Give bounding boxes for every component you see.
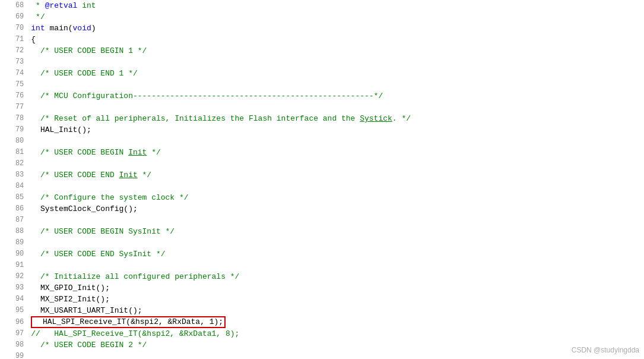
line-number: 70 [0, 23, 28, 34]
line-number: 94 [0, 294, 28, 305]
line-number: 93 [0, 282, 28, 294]
line-number: 75 [0, 79, 28, 90]
line-content [28, 158, 644, 169]
table-row: 69 */ [0, 11, 644, 23]
line-number: 96 [0, 316, 28, 328]
line-content: /* Reset of all peripherals, Initializes… [28, 113, 644, 124]
table-row: 97 // HAL_SPI_Receive_IT(&hspi2, &RxData… [0, 328, 644, 339]
line-number: 68 [0, 0, 28, 11]
line-number: 86 [0, 203, 28, 215]
line-number: 95 [0, 305, 28, 316]
line-number: 73 [0, 56, 28, 68]
table-row: 77 [0, 102, 644, 113]
line-content: int main(void) [28, 23, 644, 34]
code-table: 68 * @retval int 69 */ 70 int main(void)… [0, 0, 644, 359]
table-row: 83 /* USER CODE END Init */ [0, 169, 644, 181]
line-content: /* USER CODE BEGIN Init */ [28, 147, 644, 158]
line-content [28, 181, 644, 192]
line-content [28, 260, 644, 271]
line-number: 69 [0, 11, 28, 23]
table-row: 73 [0, 56, 644, 68]
line-number: 76 [0, 90, 28, 102]
line-content: HAL_SPI_Receive_IT(&hspi2, &RxData, 1); [28, 316, 644, 328]
line-content: { [28, 34, 644, 45]
line-number: 87 [0, 215, 28, 226]
table-row: 91 [0, 260, 644, 271]
table-row: 78 /* Reset of all peripherals, Initiali… [0, 113, 644, 124]
line-content: MX_USART1_UART_Init(); [28, 305, 644, 316]
line-content [28, 215, 644, 226]
table-row: 71 { [0, 34, 644, 45]
line-number: 81 [0, 147, 28, 158]
line-content [28, 56, 644, 68]
line-content: MX_GPIO_Init(); [28, 282, 644, 294]
line-content [28, 237, 644, 248]
line-number: 88 [0, 226, 28, 237]
watermark: CSDN @studyingdda [572, 346, 639, 354]
line-number: 82 [0, 158, 28, 169]
table-row: 96 HAL_SPI_Receive_IT(&hspi2, &RxData, 1… [0, 316, 644, 328]
line-content [28, 351, 644, 359]
line-number: 98 [0, 339, 28, 351]
line-number: 91 [0, 260, 28, 271]
table-row: 80 [0, 136, 644, 147]
line-number: 85 [0, 192, 28, 203]
table-row: 68 * @retval int [0, 0, 644, 11]
table-row: 93 MX_GPIO_Init(); [0, 282, 644, 294]
line-number: 89 [0, 237, 28, 248]
table-row: 89 [0, 237, 644, 248]
line-number: 83 [0, 169, 28, 181]
line-content: /* USER CODE BEGIN 2 */ [28, 339, 644, 351]
table-row: 95 MX_USART1_UART_Init(); [0, 305, 644, 316]
table-row: 94 MX_SPI2_Init(); [0, 294, 644, 305]
table-row: 90 /* USER CODE END SysInit */ [0, 248, 644, 260]
table-row: 81 /* USER CODE BEGIN Init */ [0, 147, 644, 158]
line-content: SystemClock_Config(); [28, 203, 644, 215]
line-content: HAL_Init(); [28, 124, 644, 136]
line-content: * @retval int [28, 0, 644, 11]
line-content: /* USER CODE END 1 */ [28, 68, 644, 79]
table-row: 76 /* MCU Configuration-----------------… [0, 90, 644, 102]
line-content: /* USER CODE BEGIN SysInit */ [28, 226, 644, 237]
table-row: 85 /* Configure the system clock */ [0, 192, 644, 203]
line-number: 97 [0, 328, 28, 339]
table-row: 75 [0, 79, 644, 90]
line-content: MX_SPI2_Init(); [28, 294, 644, 305]
line-number: 92 [0, 271, 28, 282]
code-editor: 68 * @retval int 69 */ 70 int main(void)… [0, 0, 644, 359]
line-content: */ [28, 11, 644, 23]
table-row: 82 [0, 158, 644, 169]
line-content: // HAL_SPI_Receive_IT(&hspi2, &RxData1, … [28, 328, 644, 339]
line-number: 90 [0, 248, 28, 260]
table-row: 72 /* USER CODE BEGIN 1 */ [0, 45, 644, 56]
line-number: 79 [0, 124, 28, 136]
line-content: /* Initialize all configured peripherals… [28, 271, 644, 282]
table-row: 79 HAL_Init(); [0, 124, 644, 136]
line-content [28, 136, 644, 147]
line-number: 77 [0, 102, 28, 113]
table-row: 87 [0, 215, 644, 226]
line-number: 84 [0, 181, 28, 192]
line-number: 72 [0, 45, 28, 56]
table-row: 88 /* USER CODE BEGIN SysInit */ [0, 226, 644, 237]
line-content: /* USER CODE END SysInit */ [28, 248, 644, 260]
line-content: /* USER CODE BEGIN 1 */ [28, 45, 644, 56]
line-number: 78 [0, 113, 28, 124]
line-content: /* Configure the system clock */ [28, 192, 644, 203]
line-content [28, 102, 644, 113]
line-content: /* MCU Configuration--------------------… [28, 90, 644, 102]
table-row: 92 /* Initialize all configured peripher… [0, 271, 644, 282]
table-row: 86 SystemClock_Config(); [0, 203, 644, 215]
line-number: 71 [0, 34, 28, 45]
table-row: 74 /* USER CODE END 1 */ [0, 68, 644, 79]
table-row: 98 /* USER CODE BEGIN 2 */ [0, 339, 644, 351]
line-number: 74 [0, 68, 28, 79]
line-number: 80 [0, 136, 28, 147]
line-number: 99 [0, 351, 28, 359]
table-row: 99 [0, 351, 644, 359]
table-row: 84 [0, 181, 644, 192]
table-row: 70 int main(void) [0, 23, 644, 34]
line-content: /* USER CODE END Init */ [28, 169, 644, 181]
line-content [28, 79, 644, 90]
